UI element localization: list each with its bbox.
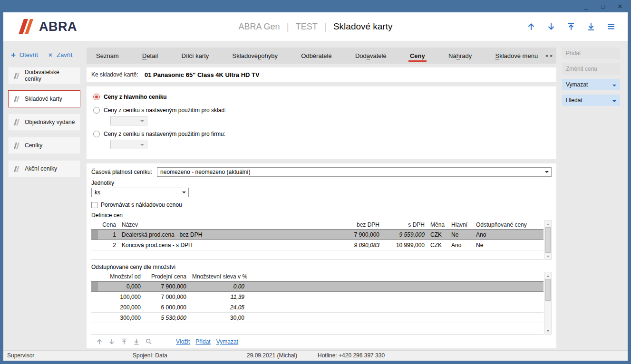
quantity-row[interactable]: 300,0005 530,00030,00 bbox=[91, 313, 544, 323]
validity-row: Časová platnost ceníku: neomezeno - neom… bbox=[91, 167, 552, 177]
search-icon[interactable] bbox=[146, 338, 152, 345]
close-button[interactable]: Zavřít bbox=[57, 51, 72, 58]
left-sidebar: + Otevřít ✕ Zavřít Dodavatelské ceníkySk… bbox=[3, 41, 86, 350]
close-button[interactable]: ✕ bbox=[615, 2, 625, 10]
cell: Ano bbox=[473, 231, 544, 238]
cell: 300,000 bbox=[98, 315, 144, 321]
sidebar-items: Dodavatelské ceníkySkladové kartyObjedná… bbox=[8, 67, 86, 177]
scroll-down-icon[interactable]: ▼ bbox=[545, 327, 551, 334]
minimize-button[interactable]: _ bbox=[581, 2, 591, 10]
cell: CZK bbox=[427, 242, 448, 249]
status-bar: Supervisor Spojení: Data 29.09.2021 (Mic… bbox=[3, 350, 628, 361]
tab-odberatele[interactable]: Odběratelé bbox=[295, 48, 337, 64]
arrow-to-top-icon[interactable] bbox=[567, 22, 575, 31]
hledat-button[interactable]: Hledat bbox=[562, 95, 620, 106]
sidebar-item-objednavky-vydane[interactable]: Objednávky vydané bbox=[8, 114, 80, 131]
radio-company-pricelist-label: Ceny z ceníku s nastaveným použitím pro … bbox=[104, 131, 225, 137]
tab-nahrady[interactable]: Náhrady bbox=[443, 48, 477, 64]
column-header: Množství od bbox=[98, 273, 144, 280]
table-header-row: CenaNázevbez DPHs DPHMěnaHlavníOdstupňov… bbox=[91, 220, 544, 230]
card-icon bbox=[13, 143, 20, 149]
sidebar-item-ceniky[interactable]: Ceníky bbox=[8, 137, 80, 154]
tab-seznam[interactable]: Seznam bbox=[90, 48, 125, 64]
arrow-to-bottom-icon[interactable] bbox=[587, 22, 595, 31]
radio-main-pricelist[interactable]: Ceny z hlavního ceníku bbox=[93, 94, 556, 100]
column-header: Odstupňované ceny bbox=[473, 221, 544, 228]
scrollbar-thumb[interactable] bbox=[545, 227, 551, 253]
cell: Ne bbox=[448, 231, 473, 238]
tab-dilci-karty[interactable]: Dílčí karty bbox=[176, 48, 215, 64]
radio-warehouse-pricelist[interactable]: Ceny z ceníku s nastaveným použitím pro … bbox=[93, 107, 556, 114]
quantity-row[interactable]: 0,0007 900,0000,00 bbox=[91, 281, 544, 292]
scrollbar-thumb[interactable] bbox=[545, 279, 551, 301]
quantity-row[interactable]: 200,0006 000,00024,05 bbox=[91, 302, 544, 313]
price-row[interactable]: 2Koncová prod.cena - s DPH9 090,08310 99… bbox=[91, 240, 544, 250]
arrow-down-icon[interactable] bbox=[547, 22, 555, 31]
action-button-label: Vymazat bbox=[566, 81, 588, 88]
price-row[interactable]: 1Dealerská prod.cena - bez DPH7 900,0009… bbox=[91, 230, 544, 240]
scroll-down-icon[interactable]: ▼ bbox=[545, 253, 551, 259]
quantity-table-scrollbar[interactable]: ▲ ▼ bbox=[544, 272, 552, 335]
sidebar-item-dodavatelske-ceniky[interactable]: Dodavatelské ceníky bbox=[8, 67, 80, 84]
tab-detail[interactable]: Detail bbox=[136, 48, 164, 64]
tab-skladove-menu[interactable]: Skladové menu bbox=[490, 48, 544, 64]
tab-scroll-arrows: ◄ ► bbox=[544, 48, 554, 64]
add-row-link[interactable]: Přidat bbox=[195, 338, 210, 345]
radio-unselected-icon bbox=[93, 107, 100, 114]
row-marker bbox=[91, 230, 98, 239]
company-pricelist-select[interactable] bbox=[110, 140, 147, 149]
quantity-row[interactable]: 100,0007 000,00011,39 bbox=[91, 292, 544, 302]
page-title: Skladové karty bbox=[333, 21, 393, 32]
cell: 0,00 bbox=[189, 283, 247, 290]
radio-company-pricelist[interactable]: Ceny z ceníku s nastaveným použitím pro … bbox=[93, 131, 556, 137]
open-button[interactable]: Otevřít bbox=[19, 51, 38, 58]
tab-scroll-right-icon[interactable]: ► bbox=[550, 54, 553, 58]
tab-dodavatele[interactable]: Dodavatelé bbox=[349, 48, 392, 64]
units-select[interactable]: ks bbox=[91, 188, 189, 197]
card-icon bbox=[13, 166, 20, 172]
validity-select[interactable]: neomezeno - neomezeno (aktuální) bbox=[157, 167, 552, 177]
row-to-top-icon[interactable] bbox=[121, 338, 127, 345]
radio-selected-icon bbox=[93, 94, 100, 100]
row-up-icon[interactable] bbox=[96, 338, 103, 345]
tab-ceny[interactable]: Ceny bbox=[404, 48, 431, 64]
cell: Koncová prod.cena - s DPH bbox=[119, 242, 335, 249]
scroll-up-icon[interactable]: ▲ bbox=[545, 272, 551, 279]
cell: 24,05 bbox=[189, 304, 247, 311]
sidebar-item-akcni-ceniky[interactable]: Akční ceníky bbox=[8, 160, 80, 177]
column-header: Množstevní sleva v % bbox=[189, 273, 247, 280]
sidebar-item-label: Ceníky bbox=[25, 142, 42, 149]
cell: 6 000,000 bbox=[144, 304, 189, 311]
menu-icon[interactable] bbox=[607, 22, 615, 31]
card-header-label: Ke skladové kartě: bbox=[91, 71, 145, 78]
abra-logo: ABRA bbox=[16, 19, 77, 35]
maximize-button[interactable]: □ bbox=[598, 2, 608, 10]
cell: 10 999,000 bbox=[382, 242, 427, 249]
cell: 30,00 bbox=[189, 315, 247, 321]
status-user: Supervisor bbox=[7, 352, 34, 359]
row-marker bbox=[91, 240, 98, 250]
vymazat-button[interactable]: Vymazat bbox=[562, 79, 620, 90]
units-value: ks bbox=[95, 189, 100, 196]
column-header: Cena bbox=[98, 221, 119, 228]
title-separator: | bbox=[324, 21, 327, 32]
row-marker bbox=[91, 220, 98, 229]
warehouse-pricelist-select[interactable] bbox=[110, 116, 147, 125]
tab-scroll-left-icon[interactable]: ◄ bbox=[544, 54, 548, 58]
chevron-down-icon[interactable] bbox=[612, 85, 616, 88]
row-down-icon[interactable] bbox=[108, 338, 115, 345]
insert-row-link[interactable]: Vložit bbox=[176, 338, 190, 345]
sidebar-item-skladove-karty[interactable]: Skladové karty bbox=[8, 90, 80, 107]
scroll-up-icon[interactable]: ▲ bbox=[545, 220, 551, 227]
row-to-bottom-icon[interactable] bbox=[133, 338, 140, 345]
cell: 11,39 bbox=[189, 294, 247, 300]
zmenit-cenu-button: Změnit cenu bbox=[562, 63, 620, 75]
right-action-panel: PřidatZměnit cenuVymazatHledat bbox=[556, 41, 628, 350]
compare-cost-checkbox[interactable] bbox=[91, 202, 97, 208]
arrow-up-icon[interactable] bbox=[527, 22, 535, 31]
chevron-down-icon[interactable] bbox=[612, 100, 616, 104]
tab-skladove-pohyby[interactable]: Skladové pohyby bbox=[227, 48, 283, 64]
card-icon bbox=[13, 119, 20, 125]
delete-row-link[interactable]: Vymazat bbox=[216, 338, 238, 345]
price-table-scrollbar[interactable]: ▲ ▼ bbox=[544, 220, 552, 260]
